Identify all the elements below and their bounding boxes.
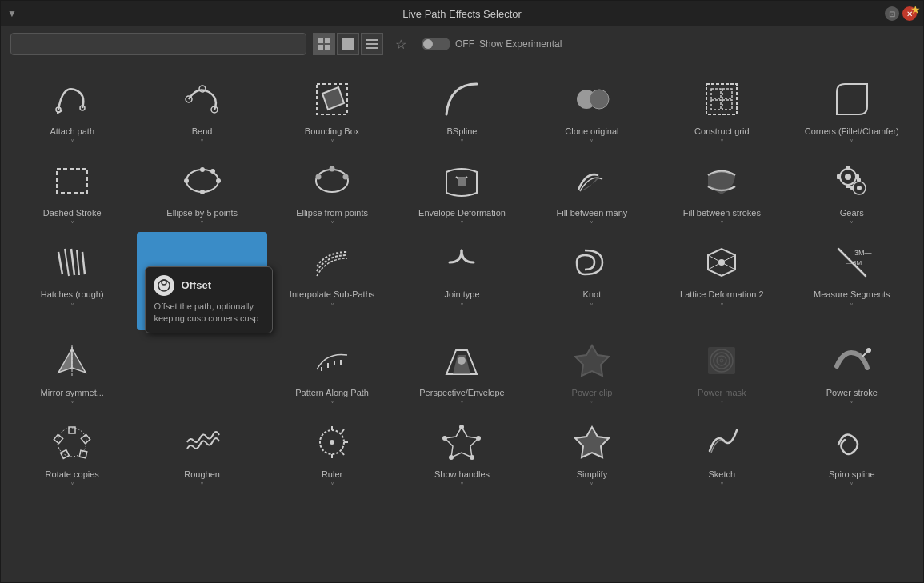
effect-bounding-box[interactable]: Bounding Box ˅ — [267, 69, 397, 150]
svg-point-91 — [330, 440, 334, 445]
experimental-toggle[interactable] — [422, 38, 450, 50]
effect-mirror[interactable]: Mirror symmet... ˅ — [7, 330, 137, 412]
effect-join-type[interactable]: Join type ˅ — [397, 232, 526, 329]
effect-roughen[interactable]: Roughen ˅ — [137, 412, 266, 493]
search-input[interactable] — [10, 33, 306, 55]
fill-many-label: Fill between many — [557, 208, 628, 218]
svg-rect-46 — [837, 174, 841, 179]
svg-point-94 — [476, 436, 481, 441]
effect-gears[interactable]: Gears ˅ — [787, 150, 917, 232]
effect-attach-path[interactable]: Attach path ˅ — [7, 69, 137, 150]
view-grid-large-button[interactable] — [313, 33, 335, 55]
ruler-label: Ruler — [322, 469, 342, 480]
effect-envelope[interactable]: Envelope Deformation ˅ — [397, 150, 526, 232]
restore-button[interactable]: ⊡ — [885, 6, 899, 21]
fill-strokes-label: Fill between strokes — [683, 208, 761, 218]
power-mask-label: Power mask — [698, 388, 746, 398]
svg-text:—3M: —3M — [846, 259, 862, 266]
titlebar-left: ▼ — [7, 8, 23, 19]
roughen-chevron: ˅ — [200, 481, 204, 490]
ruler-icon — [308, 418, 356, 466]
effect-fill-many[interactable]: Fill between many ˅ — [527, 150, 657, 232]
effect-pattern-path[interactable]: Pattern Along Path ˅ — [267, 330, 397, 412]
svg-rect-9 — [350, 42, 354, 46]
svg-rect-26 — [711, 89, 721, 98]
effect-fill-strokes[interactable]: Fill between strokes ˅ — [657, 150, 786, 232]
pattern-path-label: Pattern Along Path — [295, 388, 369, 398]
effect-rotate-copies[interactable]: Rotate copies ˅ — [7, 412, 137, 493]
favorites-star-corner[interactable]: ★ — [910, 3, 921, 16]
power-mask-chevron: ˅ — [720, 400, 724, 409]
svg-rect-44 — [846, 166, 850, 170]
measure-label: Measure Segments — [814, 290, 890, 300]
bspline-chevron: ˅ — [460, 138, 464, 147]
tooltip-description: Offset the path, optionally keeping cusp… — [154, 301, 264, 325]
svg-marker-64 — [58, 349, 72, 373]
effect-construct-grid[interactable]: Construct grid ˅ — [657, 69, 786, 150]
effect-hatches[interactable]: Hatches (rough) ˅ — [7, 232, 137, 329]
effect-interpolate[interactable]: Interpolate Sub-Paths ˅ — [267, 232, 397, 329]
svg-point-43 — [845, 174, 851, 180]
effect-power-stroke[interactable]: Power stroke ˅ — [787, 330, 917, 412]
svg-rect-15 — [366, 47, 378, 49]
attach-path-label: Attach path — [50, 126, 94, 137]
svg-point-35 — [184, 178, 189, 183]
effect-knot[interactable]: Knot ˅ — [527, 232, 657, 329]
clone-original-chevron: ˅ — [590, 138, 594, 147]
pattern-path-chevron: ˅ — [330, 400, 334, 409]
svg-line-52 — [58, 252, 62, 274]
view-buttons — [313, 33, 383, 55]
envelope-chevron: ˅ — [460, 220, 464, 229]
effect-ellipse-points[interactable]: Ellipse from points ˅ — [267, 150, 397, 232]
effect-power-mask[interactable]: Power mask ˅ — [657, 330, 786, 412]
titlebar: ▼ Live Path Effects Selector ⊡ ✕ — [1, 1, 923, 26]
effect-perspective[interactable]: Perspective/Envelope ˅ — [397, 330, 526, 412]
show-handles-label: Show handles — [434, 469, 490, 480]
effect-power-clip[interactable]: Power clip ˅ — [527, 330, 657, 412]
effect-show-handles[interactable]: Show handles ˅ — [397, 412, 526, 493]
search-wrapper: 🔍 — [10, 33, 306, 55]
effect-lattice2[interactable]: Lattice Deformation 2 ˅ — [657, 232, 786, 329]
svg-line-54 — [71, 249, 74, 275]
ellipse5-icon — [178, 157, 226, 205]
attach-path-chevron: ˅ — [70, 138, 74, 147]
effect-dashed-stroke[interactable]: Dashed Stroke ˅ — [7, 150, 137, 232]
svg-marker-92 — [445, 427, 478, 457]
effect-clone-original[interactable]: Clone original ˅ — [527, 69, 657, 150]
svg-rect-45 — [846, 184, 850, 188]
construct-grid-icon — [698, 75, 746, 123]
effect-bspline[interactable]: BSpline ˅ — [397, 69, 526, 150]
mirror-icon — [48, 337, 96, 385]
effect-ruler[interactable]: Ruler ˅ — [267, 412, 397, 493]
favorites-filter-button[interactable]: ☆ — [390, 33, 412, 55]
construct-grid-chevron: ˅ — [720, 138, 724, 147]
gears-label: Gears — [840, 208, 864, 218]
svg-marker-22 — [322, 87, 344, 110]
experimental-toggle-area: OFF Show Experimental — [422, 38, 562, 50]
effect-measure[interactable]: 3M— —3M Measure Segments ˅ — [787, 232, 917, 329]
effects-grid: Attach path ˅ Bend ˅ — [1, 62, 923, 582]
dashed-stroke-icon — [48, 157, 96, 205]
view-list-button[interactable] — [361, 33, 383, 55]
svg-rect-81 — [82, 434, 90, 443]
measure-icon: 3M— —3M — [828, 238, 876, 286]
menu-arrow[interactable]: ▼ — [7, 8, 17, 19]
effect-simplify[interactable]: Simplify ˅ — [527, 412, 657, 493]
bend-icon — [178, 75, 226, 123]
svg-marker-98 — [575, 427, 609, 457]
roughen-icon — [178, 418, 226, 466]
envelope-icon — [438, 157, 486, 205]
effect-bend[interactable]: Bend ˅ — [137, 69, 266, 150]
effect-sketch[interactable]: Sketch ˅ — [657, 412, 786, 493]
effect-corners[interactable]: Corners (Fillet/Chamfer) ˅ — [787, 69, 917, 150]
svg-marker-41 — [458, 177, 466, 186]
dashed-stroke-chevron: ˅ — [70, 220, 74, 229]
knot-label: Knot — [583, 290, 602, 300]
svg-point-38 — [316, 174, 322, 180]
view-grid-small-button[interactable] — [337, 33, 359, 55]
svg-point-97 — [442, 436, 447, 441]
corners-chevron: ˅ — [850, 138, 854, 147]
svg-point-95 — [470, 455, 474, 460]
effect-ellipse5[interactable]: Ellipse by 5 points ˅ — [137, 150, 266, 232]
effect-spiro[interactable]: Spiro spline ˅ — [787, 412, 917, 493]
